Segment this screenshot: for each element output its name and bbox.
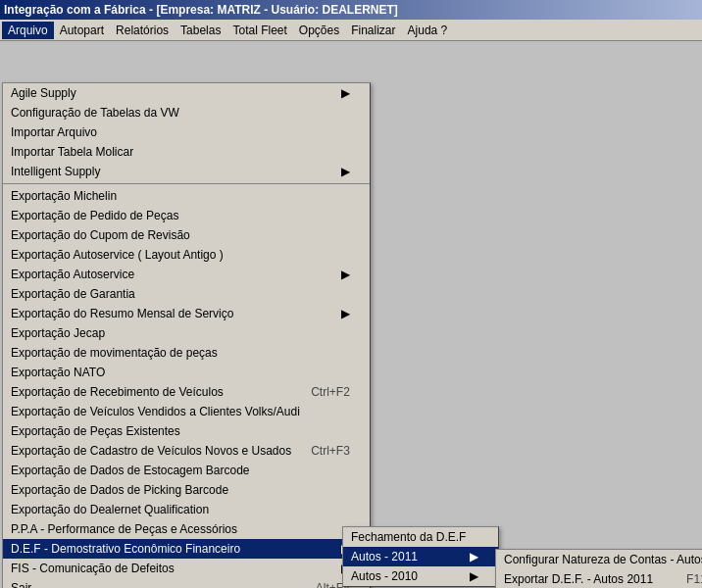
menu-exportacao-nato[interactable]: Exportação NATO bbox=[3, 363, 370, 382]
submenu-arrow-3: ▶ bbox=[341, 268, 350, 281]
menu-autopart[interactable]: Autopart bbox=[54, 22, 110, 39]
menu-sair[interactable]: Sair Alt+F4 bbox=[3, 578, 370, 588]
main-area: Agile Supply ▶ Configuração de Tabelas d… bbox=[0, 41, 702, 588]
menu-intelligent-supply[interactable]: Intelligent Supply ▶ bbox=[3, 162, 370, 181]
title-text: Integração com a Fábrica - [Empresa: MAT… bbox=[4, 3, 398, 17]
submenu-arrow-autos2011: ▶ bbox=[470, 550, 478, 564]
shortcut-f11: F11 bbox=[686, 572, 702, 586]
submenu-arrow-4: ▶ bbox=[341, 307, 350, 320]
autos2011-submenu: Configurar Natureza de Contas - Autos Ex… bbox=[495, 549, 702, 588]
menu-exportacao-michelin[interactable]: Exportação Michelin bbox=[3, 186, 370, 206]
submenu-arrow-autos2010: ▶ bbox=[470, 569, 478, 583]
menu-def[interactable]: D.E.F - Demostrativo Econômico Financeir… bbox=[3, 539, 370, 559]
menu-importar-tabela-molicar[interactable]: Importar Tabela Molicar bbox=[3, 142, 370, 162]
menu-exportacao-dealernet-qualification[interactable]: Exportação do Dealernet Qualification bbox=[3, 500, 370, 519]
menu-exportacao-dados-picking[interactable]: Exportação de Dados de Picking Barcode bbox=[3, 480, 370, 500]
menu-fechamento-def[interactable]: Fechamento da D.E.F bbox=[343, 527, 498, 547]
menu-importar-arquivo[interactable]: Importar Arquivo bbox=[3, 122, 370, 142]
menu-ajuda[interactable]: Ajuda ? bbox=[402, 22, 454, 39]
submenu-arrow-2: ▶ bbox=[341, 165, 350, 178]
menu-fis[interactable]: FIS - Comunicação de Defeitos ▶ bbox=[3, 559, 370, 578]
def-submenu: Fechamento da D.E.F Autos - 2011 ▶ Autos… bbox=[342, 526, 499, 587]
menu-exportar-def-autos-2011[interactable]: Exportar D.E.F. - Autos 2011 F11 bbox=[496, 569, 702, 588]
menu-exportacao-resumo-mensal[interactable]: Exportação do Resumo Mensal de Serviço ▶ bbox=[3, 304, 370, 323]
arquivo-dropdown: Agile Supply ▶ Configuração de Tabelas d… bbox=[2, 82, 371, 588]
menu-arquivo[interactable]: Arquivo bbox=[2, 22, 54, 39]
title-bar: Integração com a Fábrica - [Empresa: MAT… bbox=[0, 0, 702, 20]
shortcut-ctrl-f3: Ctrl+F3 bbox=[311, 444, 350, 458]
menu-exportacao-autoservice-layout[interactable]: Exportação Autoservice ( Layout Antigo ) bbox=[3, 245, 370, 265]
menu-total-fleet[interactable]: Total Fleet bbox=[226, 22, 292, 39]
menu-config-tabelas-vw[interactable]: Configuração de Tabelas da VW bbox=[3, 103, 370, 122]
menu-bar: Arquivo Autopart Relatórios Tabelas Tota… bbox=[0, 20, 702, 41]
submenu-arrow: ▶ bbox=[341, 86, 350, 100]
menu-exportacao-dados-estocagem[interactable]: Exportação de Dados de Estocagem Barcode bbox=[3, 461, 370, 480]
menu-configurar-natureza-contas[interactable]: Configurar Natureza de Contas - Autos bbox=[496, 550, 702, 569]
menu-exportacao-recebimento-veiculos[interactable]: Exportação de Recebimento de Veículos Ct… bbox=[3, 382, 370, 402]
shortcut-ctrl-f2: Ctrl+F2 bbox=[311, 385, 350, 399]
menu-exportacao-pedido-pecas[interactable]: Exportação de Pedido de Peças bbox=[3, 206, 370, 225]
menu-tabelas[interactable]: Tabelas bbox=[175, 22, 226, 39]
menu-exportacao-veiculos-vendidos[interactable]: Exportação de Veículos Vendidos a Client… bbox=[3, 402, 370, 421]
menu-ppa[interactable]: P.P.A - Performance de Peças e Acessório… bbox=[3, 519, 370, 539]
menu-agile-supply[interactable]: Agile Supply ▶ bbox=[3, 83, 370, 103]
separator-1 bbox=[3, 183, 370, 184]
menu-exportacao-jecap[interactable]: Exportação Jecap bbox=[3, 323, 370, 343]
menu-opcoes[interactable]: Opções bbox=[293, 22, 345, 39]
menu-autos-2011[interactable]: Autos - 2011 ▶ bbox=[343, 547, 498, 566]
menu-exportacao-cupom-revisao[interactable]: Exportação do Cupom de Revisão bbox=[3, 225, 370, 245]
menu-autos-2010[interactable]: Autos - 2010 ▶ bbox=[343, 566, 498, 586]
menu-exportacao-cadastro-veiculos[interactable]: Exportação de Cadastro de Veículos Novos… bbox=[3, 441, 370, 461]
menu-relatorios[interactable]: Relatórios bbox=[110, 22, 175, 39]
menu-finalizar[interactable]: Finalizar bbox=[345, 22, 401, 39]
menu-exportacao-pecas-existentes[interactable]: Exportação de Peças Existentes bbox=[3, 421, 370, 441]
menu-exportacao-autoservice[interactable]: Exportação Autoservice ▶ bbox=[3, 265, 370, 284]
menu-exportacao-movimentacao-pecas[interactable]: Exportação de movimentação de peças bbox=[3, 343, 370, 363]
menu-exportacao-garantia[interactable]: Exportação de Garantia bbox=[3, 284, 370, 304]
